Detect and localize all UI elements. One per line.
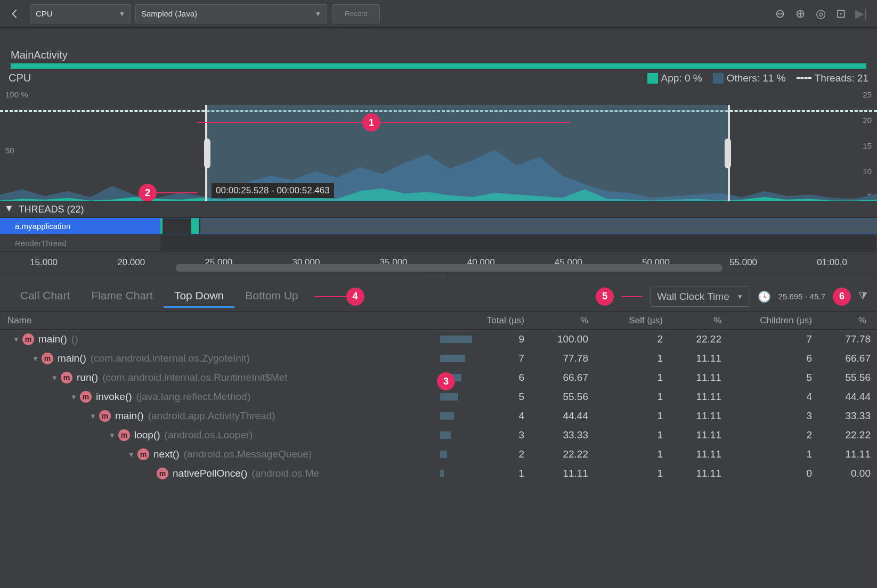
tree-row[interactable]: ▼mmain()()9100.00222.22777.78 [0,330,877,349]
expand-icon[interactable]: ▼ [70,393,80,401]
cpu-title: CPU [9,72,31,84]
legend-others: Others: 11 % [713,72,786,84]
thread-row[interactable]: a.myapplication [0,218,877,235]
method-name: next() [153,448,180,460]
clock-icon: 🕓 [758,290,771,303]
method-name: invoke() [96,391,132,403]
package-name: () [71,333,78,345]
callout: 3 [437,372,455,390]
method-name: run() [77,372,98,383]
time-ruler[interactable]: 15.00020.00025.00030.00035.00040.00045.0… [0,252,877,273]
tree-row[interactable]: mnativePollOnce()(android.os.Me111.11111… [0,464,877,483]
selection-handle-right[interactable] [725,138,731,168]
method-icon: m [80,391,92,403]
expand-icon[interactable]: ▼ [32,355,42,363]
method-name: main() [58,353,86,364]
threads-header[interactable]: ▼ THREADS (22) [0,202,877,218]
go-live-icon[interactable]: ▶| [854,6,868,21]
callout: 2 [139,184,157,201]
method-name: nativePollOnce() [173,468,247,479]
profiler-select-label: CPU [36,9,111,18]
selection-handle-left[interactable] [204,138,210,168]
ruler-tick: 20.000 [117,257,145,268]
col-pct[interactable]: % [818,315,877,326]
tab-top-down[interactable]: Top Down [164,285,234,308]
resize-grip[interactable]: :::::: [0,273,877,282]
expand-icon: ▼ [4,203,14,214]
col-name[interactable]: Name [0,315,440,326]
col-self[interactable]: Self (µs) [595,315,669,326]
ruler-tick: 55.000 [729,257,757,268]
package-name: (com.android.internal.os.ZygoteInit) [91,353,250,364]
method-icon: m [137,448,149,460]
ruler-tick: 15.000 [30,257,58,268]
method-icon: m [99,410,111,422]
package-name: (android.os.Looper) [165,429,253,441]
method-icon: m [42,353,53,364]
expand-icon[interactable]: ▼ [109,431,118,439]
time-range-label: 25.695 - 45.7 [778,292,825,301]
legend-app: App: 0 % [647,72,702,84]
ruler-tick: 01:00.0 [817,257,847,268]
tree-row[interactable]: ▼mloop()(android.os.Looper)333.33111.112… [0,426,877,445]
col-child[interactable]: Children (µs) [728,315,818,326]
package-name: (android.os.Me [251,468,319,479]
method-icon: m [61,372,72,383]
tree-row[interactable]: ▼mmain()(com.android.internal.os.ZygoteI… [0,349,877,368]
chevron-down-icon: ▼ [737,293,743,300]
method-icon: m [22,333,34,345]
zoom-selection-icon[interactable]: ⊡ [833,6,848,21]
zoom-in-icon[interactable]: ⊕ [793,6,808,21]
tab-flame-chart[interactable]: Flame Chart [80,285,164,308]
chevron-down-icon: ▼ [119,10,125,18]
trace-type-label: Sampled (Java) [141,9,307,18]
callout: 6 [833,288,851,306]
filter-icon[interactable]: ⧩ [858,290,867,303]
col-total[interactable]: Total (µs) [440,315,531,326]
activity-label: MainActivity [11,49,866,61]
tab-call-chart[interactable]: Call Chart [10,285,80,308]
selection-range[interactable]: 00:00:25.528 - 00:00:52.463 [205,105,730,201]
method-name: main() [115,410,144,422]
method-icon: m [118,429,130,441]
timeline-scrollbar[interactable] [176,264,722,272]
y-tick: 25 [863,90,872,99]
expand-icon[interactable]: ▼ [128,451,137,459]
cpu-usage-chart[interactable]: 00:00:25.528 - 00:00:52.463 1 2 [0,105,877,201]
y-tick: 100 % [5,90,28,99]
back-button[interactable] [4,3,26,24]
thread-row[interactable]: RenderThread [0,235,877,252]
expand-icon[interactable]: ▼ [51,374,61,382]
package-name: (com.android.internal.os.RuntimeInit$Met [102,372,287,383]
tab-bottom-up[interactable]: Bottom Up [234,285,308,308]
activity-bar [11,63,866,69]
trace-type-select[interactable]: Sampled (Java) ▼ [135,4,327,23]
record-button[interactable]: Record [332,4,380,23]
tree-row[interactable]: ▼minvoke()(java.lang.reflect.Method)555.… [0,387,877,406]
reset-zoom-icon[interactable]: ◎ [813,6,828,21]
col-pct[interactable]: % [669,315,728,326]
package-name: (java.lang.reflect.Method) [136,391,250,403]
profiler-select[interactable]: CPU ▼ [30,4,131,23]
time-mode-select[interactable]: Wall Clock Time ▼ [650,287,750,307]
col-pct[interactable]: % [531,315,595,326]
tree-row[interactable]: ▼mnext()(android.os.MessageQueue)222.221… [0,445,877,464]
range-label: 00:00:25.528 - 00:00:52.463 [212,183,334,198]
legend-threads: Threads: 21 [797,72,868,84]
callout: 5 [596,288,614,306]
method-icon: m [157,468,168,479]
tree-row[interactable]: ▼mmain()(android.app.ActivityThread)444.… [0,406,877,426]
method-name: loop() [134,429,160,441]
expand-icon[interactable]: ▼ [90,412,99,420]
chevron-down-icon: ▼ [315,10,321,18]
callout: 1 [362,113,380,132]
expand-icon[interactable]: ▼ [13,336,22,344]
zoom-out-icon[interactable]: ⊖ [773,6,787,21]
package-name: (android.os.MessageQueue) [184,448,312,460]
method-name: main() [38,333,67,345]
callout: 4 [346,288,364,306]
package-name: (android.app.ActivityThread) [148,410,275,422]
